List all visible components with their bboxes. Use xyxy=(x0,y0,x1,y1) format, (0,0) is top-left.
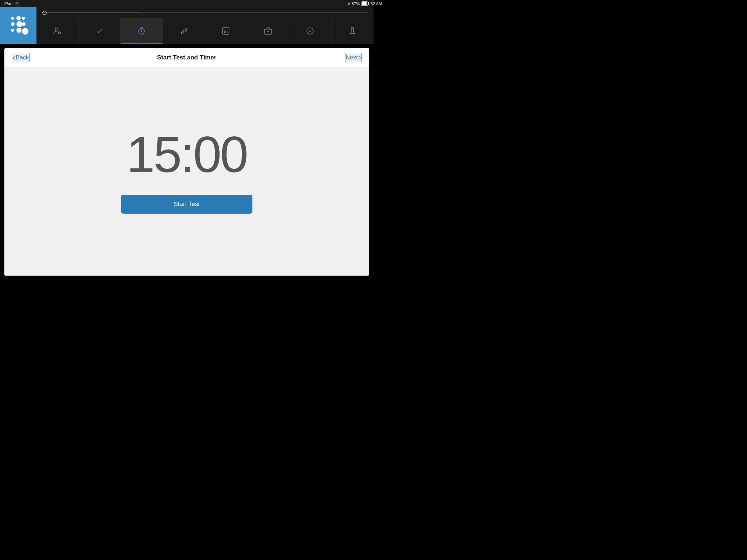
timer-area: 15:00 Start Test xyxy=(4,67,369,276)
bluetooth-icon xyxy=(347,1,350,6)
logo-dot xyxy=(11,29,14,32)
logo-dot xyxy=(22,17,25,20)
status-bar: iPad 11:32 AM 87% xyxy=(0,0,374,7)
logo-dot xyxy=(11,22,15,26)
tab-user-settings[interactable] xyxy=(36,18,79,44)
tab-medical[interactable] xyxy=(247,18,290,44)
next-chevron-icon xyxy=(359,54,361,62)
logo-dot xyxy=(22,22,26,26)
back-label: Back xyxy=(16,54,29,61)
medical-kit-icon xyxy=(264,27,272,35)
back-chevron-icon xyxy=(12,54,15,62)
test-tube-icon xyxy=(348,27,357,35)
progress-track xyxy=(42,12,368,13)
checkmark-icon xyxy=(306,27,314,35)
timer-icon xyxy=(137,27,146,35)
tab-checklist[interactable] xyxy=(79,18,121,44)
back-button[interactable]: Back xyxy=(12,53,30,62)
next-button[interactable]: Next xyxy=(345,53,362,62)
svg-point-2 xyxy=(55,28,58,31)
main-content-card: Back Start Test and Timer Next 15:00 Sta… xyxy=(4,48,369,276)
logo-dot xyxy=(16,21,22,27)
status-bar-time: 11:32 AM xyxy=(365,1,374,6)
tab-timer[interactable] xyxy=(121,18,163,44)
timer-display: 15:00 xyxy=(127,129,247,180)
tab-checkmark[interactable] xyxy=(289,18,332,44)
user-settings-icon xyxy=(53,27,62,35)
logo-dot xyxy=(11,17,14,20)
report-icon xyxy=(221,27,230,35)
page-title: Start Test and Timer xyxy=(157,54,217,61)
nav-bar: Back Start Test and Timer Next xyxy=(4,48,369,67)
progress-bar-container xyxy=(36,7,374,18)
logo-dot xyxy=(16,16,21,20)
battery-label: 87% xyxy=(352,1,360,6)
wifi-icon xyxy=(15,2,20,5)
app-logo xyxy=(0,7,36,44)
logo-dot xyxy=(16,28,22,33)
logo-dots-grid xyxy=(11,17,26,35)
device-label: iPad xyxy=(4,1,12,6)
tab-tube[interactable] xyxy=(332,18,374,44)
progress-and-tabs xyxy=(36,7,374,44)
tab-report[interactable] xyxy=(205,18,247,44)
next-label: Next xyxy=(346,54,358,61)
progress-fill xyxy=(42,12,140,13)
progress-indicator xyxy=(42,11,47,15)
top-header xyxy=(0,7,374,44)
start-test-button[interactable]: Start Test xyxy=(121,195,252,214)
logo-dot xyxy=(22,28,28,35)
tab-leaf[interactable] xyxy=(163,18,205,44)
tabs-row xyxy=(36,18,374,44)
leaf-icon xyxy=(179,27,188,35)
checklist-icon xyxy=(95,27,104,35)
status-bar-left: iPad xyxy=(4,1,20,6)
